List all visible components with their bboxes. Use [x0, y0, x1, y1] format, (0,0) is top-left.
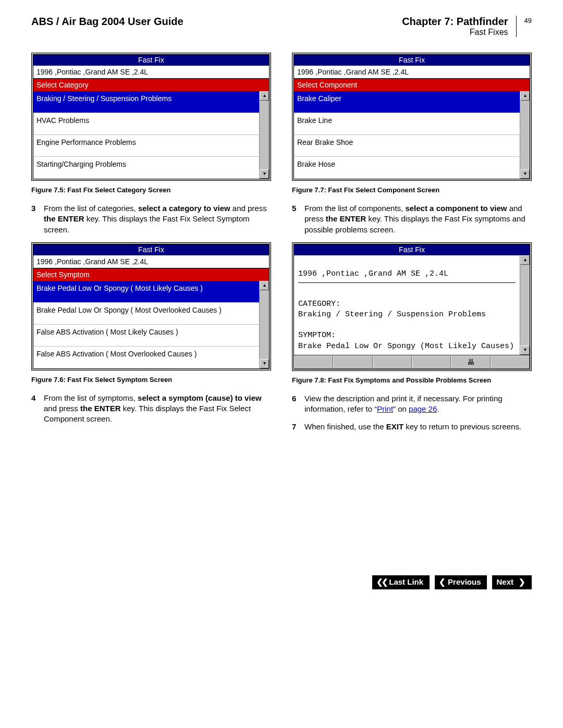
list-item[interactable]: False ABS Activation ( Most Overlooked C… — [33, 347, 259, 368]
figure-caption: Figure 7.7: Fast Fix Select Component Sc… — [292, 186, 532, 194]
nav-buttons: Last Link Previous Next — [31, 575, 532, 589]
next-button[interactable]: Next — [492, 575, 532, 589]
list-item[interactable]: Brake Line — [294, 113, 520, 135]
results-pane: 1996 ,Pontiac ,Grand AM SE ,2.4L CATEGOR… — [294, 255, 520, 355]
chapter-block: Chapter 7: Pathfinder Fast Fixes — [402, 16, 516, 37]
scroll-up-icon[interactable]: ▴ — [260, 91, 269, 101]
window-title: Fast Fix — [33, 54, 270, 66]
left-column: Fast Fix 1996 ,Pontiac ,Grand AM SE ,2.4… — [31, 53, 271, 440]
symptom-list: Brake Pedal Low Or Spongy ( Most Likely … — [33, 281, 259, 368]
list-item[interactable]: Brake Pedal Low Or Spongy ( Most Overloo… — [33, 303, 259, 325]
double-chevron-left-icon — [376, 577, 387, 587]
prompt-bar: Select Component — [293, 79, 530, 91]
results-toolbar: 🖶 — [293, 355, 530, 369]
list-item[interactable]: Braking / Steering / Suspension Problems — [33, 91, 259, 113]
results-vehicle: 1996 ,Pontiac ,Grand AM SE ,2.4L — [298, 269, 448, 278]
chevron-right-icon — [519, 577, 525, 587]
toolbar-cell-6[interactable] — [491, 355, 530, 369]
scroll-up-icon[interactable]: ▴ — [260, 281, 269, 290]
vehicle-line: 1996 ,Pontiac ,Grand AM SE ,2.4L — [293, 66, 530, 79]
prompt-bar: Select Category — [33, 79, 270, 91]
page-header: ABS / Air Bag 2004 User Guide Chapter 7:… — [31, 16, 532, 37]
step-3: 3 From the list of categories, select a … — [31, 203, 271, 235]
results-symptom-value: Brake Pedal Low Or Spongy (Most Likely C… — [298, 342, 514, 351]
list-item[interactable]: HVAC Problems — [33, 113, 259, 135]
right-column: Fast Fix 1996 ,Pontiac ,Grand AM SE ,2.4… — [292, 53, 532, 440]
step-5: 5 From the list of components, select a … — [292, 203, 532, 235]
list-item[interactable]: False ABS Activation ( Most Likely Cause… — [33, 325, 259, 347]
step-4: 4 From the list of symptoms, select a sy… — [31, 393, 271, 425]
step-text: From the list of categories, select a ca… — [44, 203, 271, 235]
window-title: Fast Fix — [293, 244, 530, 255]
list-item[interactable]: Rear Brake Shoe — [294, 135, 520, 157]
print-button[interactable]: 🖶 — [451, 355, 490, 369]
figure-7-8: Fast Fix 1996 ,Pontiac ,Grand AM SE ,2.4… — [292, 242, 532, 371]
page-link[interactable]: page 26 — [409, 404, 437, 413]
chapter-title: Chapter 7: Pathfinder — [402, 16, 508, 28]
component-list: Brake Caliper Brake Line Rear Brake Shoe… — [294, 91, 520, 179]
vehicle-line: 1996 ,Pontiac ,Grand AM SE ,2.4L — [33, 66, 270, 79]
step-number: 5 — [292, 203, 304, 235]
chevron-left-icon — [439, 577, 446, 587]
scrollbar[interactable]: ▴ ▾ — [259, 91, 269, 179]
last-link-button[interactable]: Last Link — [372, 575, 430, 589]
figure-caption: Figure 7.8: Fast Fix Symptoms and Possib… — [292, 376, 532, 384]
step-text: When finished, use the EXIT key to retur… — [304, 422, 532, 432]
window-title: Fast Fix — [33, 244, 270, 255]
step-text: From the list of components, select a co… — [304, 203, 532, 235]
scroll-down-icon[interactable]: ▾ — [520, 169, 530, 179]
list-item[interactable]: Brake Pedal Low Or Spongy ( Most Likely … — [33, 281, 259, 303]
step-7: 7 When finished, use the EXIT key to ret… — [292, 422, 532, 432]
toolbar-cell-1[interactable] — [294, 355, 333, 369]
list-item[interactable]: Engine Performance Problems — [33, 135, 259, 157]
list-item[interactable]: Brake Caliper — [294, 91, 520, 113]
scrollbar[interactable]: ▴ ▾ — [520, 255, 530, 355]
vehicle-line: 1996 ,Pontiac ,Grand AM SE ,2.4L — [33, 255, 270, 268]
print-link[interactable]: Print — [377, 404, 393, 413]
step-number: 6 — [292, 393, 304, 415]
results-category-value: Braking / Steering / Suspension Problems — [298, 310, 486, 319]
figure-caption: Figure 7.6: Fast Fix Select Symptom Scre… — [31, 376, 271, 384]
prompt-bar: Select Symptom — [33, 268, 270, 281]
print-icon: 🖶 — [467, 358, 474, 366]
category-list: Braking / Steering / Suspension Problems… — [33, 91, 259, 179]
scrollbar[interactable]: ▴ ▾ — [259, 281, 269, 368]
step-text: From the list of symptoms, select a symp… — [44, 393, 271, 425]
previous-button[interactable]: Previous — [435, 575, 487, 589]
step-text: View the description and print it, if ne… — [304, 393, 532, 415]
results-symptom-label: SYMPTOM: — [298, 331, 336, 340]
step-number: 4 — [31, 393, 44, 425]
figure-7-5: Fast Fix 1996 ,Pontiac ,Grand AM SE ,2.4… — [31, 53, 271, 181]
toolbar-cell-4[interactable] — [412, 355, 451, 369]
figure-7-6: Fast Fix 1996 ,Pontiac ,Grand AM SE ,2.4… — [31, 242, 271, 371]
list-item[interactable]: Starting/Charging Problems — [33, 157, 259, 179]
list-item[interactable]: Brake Hose — [294, 157, 520, 179]
scroll-down-icon[interactable]: ▾ — [260, 169, 269, 179]
nav-label: Last Link — [389, 577, 423, 586]
guide-title: ABS / Air Bag 2004 User Guide — [31, 16, 402, 28]
nav-label: Next — [496, 577, 513, 586]
scroll-down-icon[interactable]: ▾ — [520, 346, 530, 355]
figure-caption: Figure 7.5: Fast Fix Select Category Scr… — [31, 186, 271, 194]
scroll-up-icon[interactable]: ▴ — [520, 91, 530, 101]
nav-label: Previous — [448, 577, 481, 586]
step-6: 6 View the description and print it, if … — [292, 393, 532, 415]
scroll-down-icon[interactable]: ▾ — [260, 359, 269, 368]
toolbar-cell-2[interactable] — [333, 355, 372, 369]
figure-7-7: Fast Fix 1996 ,Pontiac ,Grand AM SE ,2.4… — [292, 53, 532, 181]
window-title: Fast Fix — [293, 54, 530, 66]
scroll-up-icon[interactable]: ▴ — [520, 255, 530, 265]
scrollbar[interactable]: ▴ ▾ — [520, 91, 530, 179]
results-category-label: CATEGORY: — [298, 300, 340, 309]
toolbar-cell-3[interactable] — [373, 355, 412, 369]
step-number: 7 — [292, 422, 304, 432]
step-number: 3 — [31, 203, 44, 235]
page-number: 49 — [524, 16, 532, 24]
section-title: Fast Fixes — [402, 28, 508, 37]
